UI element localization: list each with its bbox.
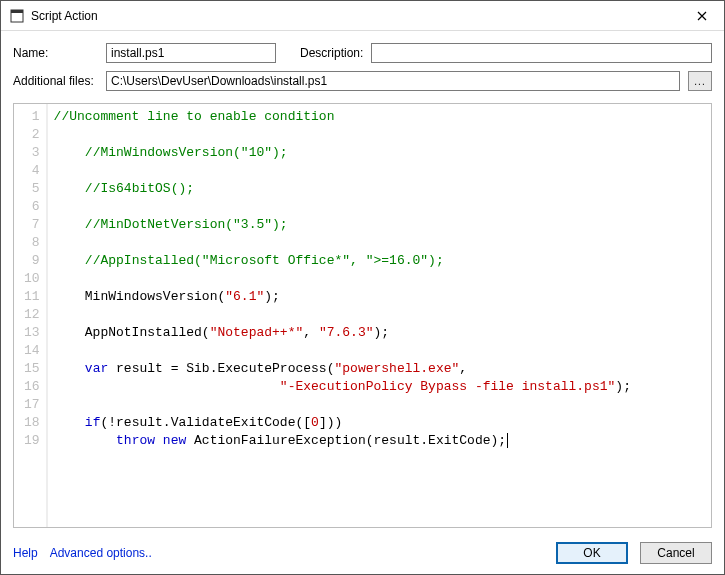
row-additional-files: Additional files: ...	[13, 71, 712, 91]
additional-files-input[interactable]	[106, 71, 680, 91]
dialog-body: Name: Description: Additional files: ...…	[1, 31, 724, 536]
code-line[interactable]	[54, 342, 705, 360]
code-line[interactable]: "-ExecutionPolicy Bypass -file install.p…	[54, 378, 705, 396]
line-number: 3	[24, 144, 40, 162]
browse-button[interactable]: ...	[688, 71, 712, 91]
help-link[interactable]: Help	[13, 546, 38, 560]
dialog-footer: Help Advanced options.. OK Cancel	[1, 536, 724, 574]
line-number: 18	[24, 414, 40, 432]
code-line[interactable]: MinWindowsVersion("6.1");	[54, 288, 705, 306]
script-action-dialog: Script Action Name: Description: Additio…	[0, 0, 725, 575]
name-input[interactable]	[106, 43, 276, 63]
line-number: 17	[24, 396, 40, 414]
code-line[interactable]: //MinDotNetVersion("3.5");	[54, 216, 705, 234]
line-number: 19	[24, 432, 40, 450]
line-number: 14	[24, 342, 40, 360]
line-number: 5	[24, 180, 40, 198]
close-icon	[697, 11, 707, 21]
code-line[interactable]	[54, 198, 705, 216]
titlebar[interactable]: Script Action	[1, 1, 724, 31]
line-number: 13	[24, 324, 40, 342]
line-number: 9	[24, 252, 40, 270]
name-label: Name:	[13, 46, 98, 60]
code-line[interactable]: //Is64bitOS();	[54, 180, 705, 198]
code-line[interactable]: var result = Sib.ExecuteProcess("powersh…	[54, 360, 705, 378]
line-number: 16	[24, 378, 40, 396]
code-line[interactable]	[54, 234, 705, 252]
line-number: 15	[24, 360, 40, 378]
code-line[interactable]: //AppInstalled("Microsoft Office*", ">=1…	[54, 252, 705, 270]
code-line[interactable]	[54, 126, 705, 144]
close-button[interactable]	[679, 1, 724, 31]
line-number: 11	[24, 288, 40, 306]
code-line[interactable]: AppNotInstalled("Notepad++*", "7.6.3");	[54, 324, 705, 342]
code-line[interactable]	[54, 306, 705, 324]
description-label: Description:	[300, 46, 363, 60]
line-number: 6	[24, 198, 40, 216]
code-line[interactable]	[54, 270, 705, 288]
code-line[interactable]: //Uncomment line to enable condition	[54, 108, 705, 126]
line-number: 4	[24, 162, 40, 180]
ellipsis-icon: ...	[694, 76, 705, 87]
code-line[interactable]: //MinWindowsVersion("10");	[54, 144, 705, 162]
additional-files-label: Additional files:	[13, 74, 98, 88]
svg-rect-1	[11, 10, 23, 13]
code-line[interactable]: if(!result.ValidateExitCode([0]))	[54, 414, 705, 432]
line-number: 10	[24, 270, 40, 288]
line-number: 1	[24, 108, 40, 126]
cancel-button[interactable]: Cancel	[640, 542, 712, 564]
window-title: Script Action	[31, 9, 679, 23]
advanced-options-link[interactable]: Advanced options..	[50, 546, 152, 560]
line-number: 12	[24, 306, 40, 324]
script-icon	[9, 8, 25, 24]
line-number: 8	[24, 234, 40, 252]
line-number: 7	[24, 216, 40, 234]
row-name-desc: Name: Description:	[13, 43, 712, 63]
description-input[interactable]	[371, 43, 712, 63]
code-area[interactable]: //Uncomment line to enable condition //M…	[48, 104, 711, 527]
code-line[interactable]	[54, 162, 705, 180]
ok-button[interactable]: OK	[556, 542, 628, 564]
code-editor[interactable]: 12345678910111213141516171819 //Uncommen…	[13, 103, 712, 528]
line-number: 2	[24, 126, 40, 144]
code-line[interactable]	[54, 396, 705, 414]
line-number-gutter: 12345678910111213141516171819	[14, 104, 48, 527]
code-line[interactable]: throw new ActionFailureException(result.…	[54, 432, 705, 450]
